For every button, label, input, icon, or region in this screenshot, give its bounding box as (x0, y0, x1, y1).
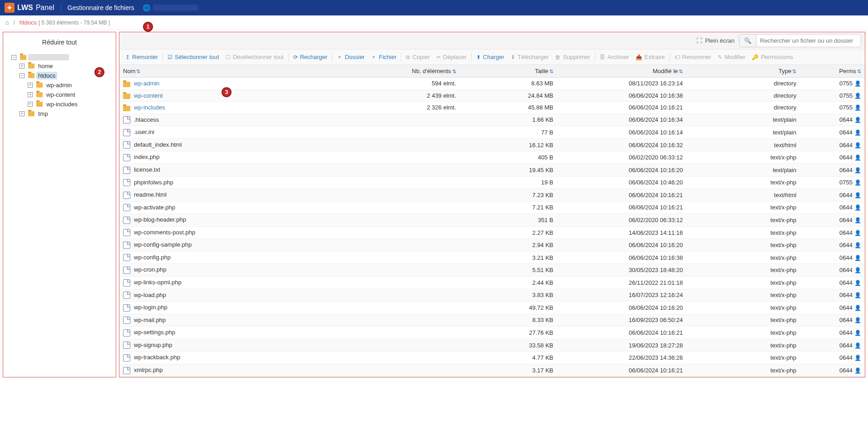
table-row[interactable]: wp-mail.php8.33 KB16/09/2023 06:50:24tex… (119, 314, 865, 327)
row-type: text/plain (686, 114, 800, 126)
tree-toggle-icon[interactable]: + (20, 64, 25, 69)
row-name[interactable]: wp-blog-header.php (134, 216, 186, 223)
col-header-elements[interactable]: Nb. d'éléments⇅ (395, 65, 460, 78)
row-name[interactable]: wp-content (134, 92, 163, 99)
tree-node-wp-includes[interactable]: + wp-includes (28, 99, 116, 109)
reload-button[interactable]: ⟳Recharger (290, 52, 331, 62)
tree-node-root[interactable]: − (11, 53, 116, 61)
row-name[interactable]: index.php (134, 154, 159, 160)
table-row[interactable]: wp-links-opml.php2.44 KB26/11/2022 21:01… (119, 277, 865, 289)
delete-button[interactable]: 🗑Supprimer (552, 52, 593, 62)
row-name[interactable]: wp-settings.php (134, 329, 175, 336)
deselect-all-button[interactable]: ☐Désélectionner tout (222, 52, 287, 62)
archive-button[interactable]: 🗄Archiver (597, 52, 632, 62)
table-row[interactable]: .user.ini77 B06/06/2024 10:16:14text/pla… (119, 126, 865, 139)
collapse-all-button[interactable]: Réduire tout (5, 34, 114, 50)
row-name[interactable]: default_index.html (134, 141, 182, 148)
tree-toggle-icon[interactable]: − (11, 55, 16, 60)
tree-label[interactable]: wp-admin (44, 81, 74, 89)
rename-button[interactable]: 🏷Renommer (671, 52, 715, 62)
row-name[interactable]: wp-config-sample.php (134, 241, 192, 248)
tree-label[interactable]: wp-includes (44, 100, 79, 108)
row-name[interactable]: wp-links-opml.php (134, 279, 182, 286)
download-button[interactable]: ⬇Télécharger (508, 52, 552, 62)
table-row[interactable]: wp-activate.php7.21 KB06/06/2024 10:16:2… (119, 201, 865, 214)
tree-root-label[interactable] (28, 54, 69, 60)
tree-toggle-icon[interactable]: − (20, 73, 25, 78)
row-name[interactable]: wp-activate.php (134, 204, 175, 211)
table-row[interactable]: phpinfolws.php19 B06/06/2024 10:46:20tex… (119, 176, 865, 189)
search-input[interactable] (756, 35, 861, 47)
table-row[interactable]: index.php405 B06/02/2020 06:33:12text/x-… (119, 151, 865, 164)
table-row[interactable]: default_index.html16.12 KB06/06/2024 10:… (119, 139, 865, 151)
breadcrumb-current[interactable]: htdocs (20, 19, 37, 26)
row-modified: 08/11/2023 16:23:14 (557, 78, 687, 90)
table-row[interactable]: wp-includes2 326 elmt.45.88 MB06/06/2024… (119, 102, 865, 114)
brand-logo[interactable]: ✦ LWS Panel (5, 3, 54, 13)
extract-button[interactable]: 📤Extraire (632, 52, 668, 62)
key-icon: 🔑 (752, 54, 759, 60)
new-folder-button[interactable]: ＋Dossier (334, 51, 368, 63)
col-header-type[interactable]: Type⇅ (686, 65, 800, 78)
row-name[interactable]: wp-includes (134, 104, 165, 111)
move-button[interactable]: ✂Déplacer (433, 52, 470, 62)
table-row[interactable]: license.txt19.45 KB06/06/2024 10:16:20te… (119, 164, 865, 176)
tree-label[interactable]: home (36, 62, 55, 70)
upload-button[interactable]: ⬆Charger (473, 52, 508, 62)
row-name[interactable]: wp-config.php (134, 254, 171, 261)
table-row[interactable]: wp-comments-post.php2.27 KB14/06/2023 14… (119, 226, 865, 239)
breadcrumb-home-icon[interactable]: ⌂ (5, 19, 9, 26)
table-row[interactable]: wp-config-sample.php2.94 KB06/06/2024 10… (119, 239, 865, 252)
up-button[interactable]: ↥Remonter (122, 52, 161, 62)
tree-label-selected[interactable]: htdocs (36, 72, 57, 79)
table-row[interactable]: wp-login.php49.72 KB06/06/2024 10:16:20t… (119, 302, 865, 314)
row-name[interactable]: readme.html (134, 191, 167, 198)
row-name[interactable]: wp-trackback.php (134, 354, 180, 361)
row-name[interactable]: wp-comments-post.php (134, 229, 195, 236)
tree-node-wp-admin[interactable]: + wp-admin (28, 80, 116, 90)
tree-toggle-icon[interactable]: + (20, 111, 25, 116)
row-name[interactable]: xmlrpc.php (134, 367, 163, 373)
table-row[interactable]: xmlrpc.php3.17 KB06/06/2024 10:16:21text… (119, 364, 865, 377)
row-name[interactable]: wp-mail.php (134, 317, 166, 323)
fullscreen-button[interactable]: ⛶ Plein écran (696, 37, 735, 44)
new-file-button[interactable]: ＋Fichier (368, 51, 399, 63)
tree-label[interactable]: wp-content (44, 91, 77, 99)
col-header-modified[interactable]: Modifié le⇅ (557, 65, 687, 78)
row-name[interactable]: wp-admin (134, 80, 159, 87)
permissions-button[interactable]: 🔑Permissions (749, 52, 796, 62)
tree-label[interactable]: tmp (36, 110, 50, 118)
table-row[interactable]: wp-trackback.php4.77 KB22/06/2023 14:36:… (119, 352, 865, 364)
table-row[interactable]: wp-settings.php27.76 KB06/06/2024 10:16:… (119, 327, 865, 339)
header-domain[interactable]: 🌐 (143, 4, 198, 11)
edit-button[interactable]: ✎Modifier (715, 52, 749, 62)
col-header-name[interactable]: Nom⇅ (119, 65, 395, 78)
table-row[interactable]: .htaccess1.66 KB06/06/2024 10:16:34text/… (119, 114, 865, 126)
table-row[interactable]: wp-admin594 elmt.8.63 MB08/11/2023 16:23… (119, 78, 865, 90)
row-name[interactable]: wp-login.php (134, 304, 168, 311)
table-row[interactable]: wp-load.php3.83 KB16/07/2023 12:16:24tex… (119, 289, 865, 302)
table-row[interactable]: wp-cron.php5.51 KB30/05/2023 18:48:20tex… (119, 264, 865, 277)
row-name[interactable]: phpinfolws.php (134, 179, 173, 186)
row-name[interactable]: wp-load.php (134, 292, 166, 298)
col-header-size[interactable]: Taille⇅ (460, 65, 557, 78)
table-row[interactable]: wp-blog-header.php351 B06/02/2020 06:33:… (119, 214, 865, 227)
select-all-button[interactable]: ☑Sélectionner tout (164, 52, 222, 62)
col-header-perms[interactable]: Perms⇅ (800, 65, 865, 78)
row-name[interactable]: .htaccess (134, 116, 159, 123)
table-row[interactable]: wp-config.php3.21 KB06/06/2024 10:16:38t… (119, 251, 865, 264)
tree-toggle-icon[interactable]: + (28, 92, 33, 97)
copy-button[interactable]: ⧉Copier (403, 52, 433, 62)
table-row[interactable]: wp-signup.php33.58 KB19/06/2023 18:27:28… (119, 339, 865, 352)
table-row[interactable]: readme.html7.23 KB06/06/2024 10:16:21tex… (119, 189, 865, 202)
row-size: 19.45 KB (460, 164, 557, 176)
row-name[interactable]: wp-cron.php (134, 266, 167, 273)
row-name[interactable]: .user.ini (134, 129, 154, 135)
tree-node-wp-content[interactable]: + wp-content (28, 90, 116, 99)
tree-toggle-icon[interactable]: + (28, 102, 33, 107)
tree-node-tmp[interactable]: + tmp (20, 109, 116, 119)
row-name[interactable]: wp-signup.php (134, 342, 173, 348)
row-name[interactable]: license.txt (134, 166, 160, 173)
search-icon[interactable]: 🔍 (740, 35, 756, 47)
tree-toggle-icon[interactable]: + (28, 83, 33, 88)
